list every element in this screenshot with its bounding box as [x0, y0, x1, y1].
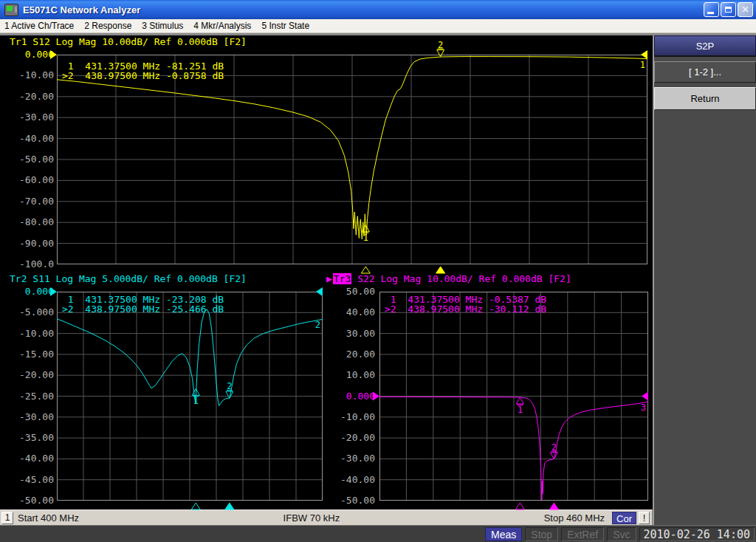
tr2-s11-plot[interactable]: 122 [57, 292, 323, 501]
tr2-s11-ytick: -50.00 [13, 495, 54, 506]
trace-format-label: S22 Log Mag 10.00dB/ Ref 0.000dB [F2] [351, 273, 571, 284]
tr1-s12-plot[interactable]: 121 [57, 55, 647, 264]
tr2-s11-end-label: 2 [315, 320, 320, 330]
tr2-s11-ytick: -45.00 [13, 474, 54, 485]
tr3-s22-ytick: 10.00 [334, 369, 375, 380]
marker-1-stimulus-icon[interactable] [515, 503, 524, 510]
tr3-s22-plot[interactable]: 123 [379, 292, 648, 501]
status-extref: ExtRef [561, 527, 604, 541]
active-trace-arrow-icon: ▶ [326, 273, 332, 284]
status-meas: Meas [485, 527, 522, 541]
instrument-screen: Tr1 S12 Log Mag 10.00dB/ Ref 0.000dB [F2… [0, 35, 653, 510]
tr3-s22-ytick: -20.00 [334, 432, 375, 443]
ref-level-arrow-right-icon [642, 392, 648, 401]
menu-item-2-response[interactable]: 2 Response [84, 21, 131, 31]
tr3-s22-ytick: -10.00 [334, 411, 375, 422]
tr3-s22-ytick: 50.00 [334, 286, 375, 297]
instr-status-bar: MeasStopExtRefSvc 2010-02-26 14:00 [0, 525, 756, 542]
correction-badge: Cor [612, 512, 636, 524]
tr2-s11-ytick: -30.00 [13, 411, 54, 422]
tr2-s11-header[interactable]: Tr2 S11 Log Mag 5.000dB/ Ref 0.000dB [F2… [10, 273, 247, 284]
app-window: E5071C Network Analyzer 1 Active Ch/Trac… [0, 0, 756, 542]
tr1-s12-ytick: -60.00 [13, 174, 54, 185]
tr1-s12-ytick: -10.00 [13, 69, 54, 80]
tr2-s11-ytick: 0.000 [13, 286, 54, 297]
menu-item-1-active-ch-trace[interactable]: 1 Active Ch/Trace [4, 21, 74, 31]
status-bar: 1 Start 400 MHz IFBW 70 kHz Stop 460 MHz… [0, 510, 653, 525]
menu-item-3-stimulus[interactable]: 3 Stimulus [142, 21, 183, 31]
tr2-s11-marker-readout: >2 438.97500 MHz -25.466 dB [62, 303, 224, 315]
marker-1-symbol-icon [516, 397, 523, 404]
marker-2-label: 2 [551, 442, 557, 453]
ref-level-arrow-right-icon [641, 50, 647, 59]
window-controls [704, 2, 756, 17]
tr2-s11-ytick: -10.00 [13, 328, 54, 339]
minimize-icon [707, 12, 714, 14]
tr3-s22-marker-readout: >2 438.97500 MHz -30.112 dB [385, 303, 546, 315]
menu-bar: 1 Active Ch/Trace2 Response3 Stimulus4 M… [0, 19, 756, 33]
tr1-s12-ytick: -80.00 [13, 216, 54, 227]
tr2-s11-ytick: -5.000 [13, 306, 54, 318]
trace-name: Tr3 [333, 273, 351, 284]
tr3-s22-ytick: -30.00 [334, 453, 375, 464]
softkey-12[interactable]: [ 1-2 ]... [654, 61, 756, 83]
marker-1-stimulus-icon[interactable] [191, 503, 200, 510]
stop-frequency-label: Stop 460 MHz [544, 512, 605, 524]
restore-icon [725, 7, 732, 13]
menu-item-5-instr-state[interactable]: 5 Instr State [261, 21, 309, 31]
tr1-s12-ytick: -100.0 [13, 258, 54, 270]
status-stop: Stop [525, 527, 558, 541]
ifbw-label: IFBW 70 kHz [284, 512, 340, 524]
status-badges: MeasStopExtRefSvc [485, 527, 636, 541]
marker-1-label: 1 [363, 233, 368, 243]
tr1-s12-header[interactable]: Tr1 S12 Log Mag 10.00dB/ Ref 0.000dB [F2… [10, 36, 247, 47]
title-bar: E5071C Network Analyzer [0, 0, 756, 19]
tr3-s22-ytick: -40.00 [334, 474, 375, 485]
tr2-s11-ytick: -25.00 [13, 391, 54, 402]
tr3-s22-header[interactable]: ▶Tr3 S22 Log Mag 10.00dB/ Ref 0.000dB [F… [326, 273, 571, 284]
tr1-s12-ytick: -70.00 [13, 196, 54, 207]
tr2-s11-ytick: -40.00 [13, 453, 54, 464]
softkey-return[interactable]: Return [654, 87, 756, 110]
tr1-s12-ytick: -30.00 [13, 112, 54, 123]
app-icon [4, 4, 18, 16]
marker-2-label: 2 [438, 39, 443, 49]
tr3-s22-ytick: 30.00 [334, 328, 375, 339]
tr1-s12-ytick: 0.000 [13, 49, 54, 60]
menu-item-4-mkr-analysis[interactable]: 4 Mkr/Analysis [193, 21, 251, 31]
marker-2-stimulus-icon[interactable] [225, 503, 234, 510]
start-frequency-label: Start 400 MHz [18, 512, 79, 524]
content-area: Tr1 S12 Log Mag 10.00dB/ Ref 0.000dB [F2… [0, 33, 756, 525]
tr1-s12-ytick: -40.00 [13, 133, 54, 144]
tr3-s22-ytick: 40.00 [334, 306, 375, 318]
softkey-s2p[interactable]: S2P [654, 35, 756, 57]
tr1-s12-marker-readout: >2 438.97500 MHz -0.8758 dB [62, 70, 224, 81]
marker-2-symbol-icon [437, 49, 444, 56]
tr3-s22-ytick: 0.000 [334, 391, 375, 402]
minimize-button[interactable] [704, 2, 719, 17]
tr1-s12-ytick: -20.00 [13, 91, 54, 102]
channel-number-box: 1 [1, 512, 13, 524]
ref-level-arrow-right-icon [316, 287, 323, 296]
alert-indicator: ! [639, 512, 650, 524]
tr3-s22-ytick: 20.00 [334, 349, 375, 360]
marker-1-label: 1 [518, 405, 523, 415]
tr3-s22-end-label: 3 [641, 402, 646, 413]
marker-1-stimulus-icon[interactable] [361, 267, 370, 273]
datetime-display: 2010-02-26 14:00 [639, 527, 755, 541]
marker-1-label: 1 [193, 396, 199, 406]
tr2-s11-ytick: -35.00 [13, 432, 54, 443]
tr2-s11-ytick: -15.00 [13, 349, 54, 360]
restore-button[interactable] [721, 2, 736, 17]
close-button[interactable] [738, 2, 753, 17]
tr2-s11-ytick: -20.00 [13, 369, 54, 380]
tr1-s12-ytick: -90.00 [13, 238, 54, 249]
softkey-panel: S2P[ 1-2 ]...Return [653, 35, 756, 525]
marker-2-stimulus-icon[interactable] [549, 503, 558, 510]
tr1-s12-ytick: -50.00 [13, 154, 54, 165]
tr3-s22-ytick: -50.00 [334, 495, 375, 506]
status-svc: Svc [607, 527, 636, 541]
window-title: E5071C Network Analyzer [23, 4, 140, 16]
marker-2-stimulus-icon[interactable] [436, 267, 445, 273]
tr1-s12-end-label: 1 [640, 60, 645, 70]
